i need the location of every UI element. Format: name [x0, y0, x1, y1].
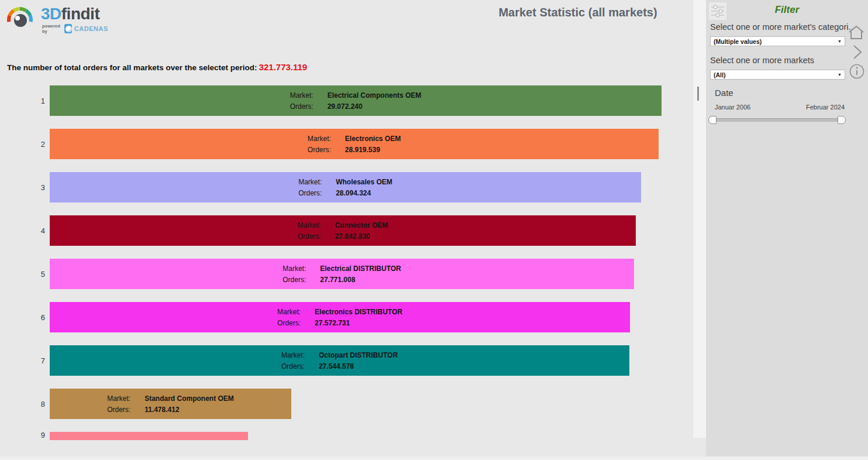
- bar-market-value: Octopart DISTRIBUTOR: [319, 351, 398, 359]
- bar-orders-value: 27.572.731: [315, 319, 402, 327]
- markets-filter-dropdown[interactable]: (All) ▼: [710, 70, 845, 80]
- window-bottom-strip: [0, 456, 868, 460]
- date-filter-label: Date: [715, 88, 733, 98]
- total-orders-value: 321.773.119: [257, 62, 308, 72]
- bar-market-label: Market:: [281, 351, 305, 359]
- bar-market-label: Market:: [277, 308, 301, 316]
- bar-market-label: Market:: [308, 135, 331, 143]
- bar-orders-label: Orders:: [283, 276, 306, 284]
- bar-orders-label: Orders:: [298, 232, 321, 241]
- bar-orders-value: 29.072.240: [328, 102, 422, 111]
- bar-market-value: Connector OEM: [335, 221, 388, 229]
- bar-market-label: Market:: [290, 91, 314, 99]
- filter-panel: Filter Select one or more market's categ…: [706, 0, 868, 460]
- bar-market-value: Wholesales OEM: [336, 178, 392, 186]
- bar-rank: 1: [0, 97, 45, 105]
- bar[interactable]: Market: Wholesales OEM Orders: 28.094.32…: [50, 172, 641, 202]
- bar-rank: 7: [0, 356, 45, 365]
- bar-market-value: Electrical DISTRIBUTOR: [320, 265, 401, 273]
- bar-row: 9: [0, 432, 693, 440]
- slider-track[interactable]: [712, 118, 842, 122]
- bar-orders-value: 28.919.539: [345, 146, 401, 154]
- chevron-down-icon: ▼: [838, 39, 842, 43]
- bar-orders-label: Orders:: [308, 146, 331, 154]
- bar-row: 2 Market: Electronics OEM Orders: 28.919…: [0, 129, 693, 159]
- bar-row: 3 Market: Wholesales OEM Orders: 28.094.…: [0, 172, 693, 202]
- home-icon[interactable]: [848, 25, 865, 43]
- bar-market-label: Market:: [298, 178, 322, 186]
- total-orders-label: The number of total orders for all marke…: [7, 63, 257, 72]
- bar[interactable]: Market: Electrical DISTRIBUTOR Orders: 2…: [50, 259, 634, 289]
- brand-wordmark: 3Dfindit: [41, 5, 99, 23]
- brand-findit: findit: [61, 5, 99, 23]
- bar-row: 4 Market: Connector OEM Orders: 27.842.8…: [0, 215, 693, 246]
- bar-row: 8 Market: Standard Component OEM Orders:…: [0, 389, 693, 419]
- slider-handle-start[interactable]: [708, 116, 717, 124]
- bar-rank: 8: [0, 400, 45, 408]
- bar-row: 1 Market: Electrical Components OEM Orde…: [0, 85, 693, 116]
- markets-filter-value: (All): [714, 71, 725, 78]
- market-bar-chart: 1 Market: Electrical Components OEM Orde…: [0, 85, 693, 440]
- powered-by-label: powered by: [42, 23, 62, 34]
- bar-label-block: Market: Standard Component OEM Orders: 1…: [107, 394, 234, 414]
- info-icon[interactable]: [849, 63, 865, 82]
- bar-label-block: Market: Electrical Components OEM Orders…: [290, 91, 422, 111]
- filter-panel-title: Filter: [706, 4, 868, 16]
- bar-orders-label: Orders:: [290, 102, 314, 111]
- date-range-end: Februar 2024: [806, 104, 845, 111]
- bar-label-block: Market: Connector OEM Orders: 27.842.830: [298, 221, 388, 241]
- bar[interactable]: Market: Electronics OEM Orders: 28.919.5…: [50, 129, 659, 159]
- bar-orders-value: 28.094.324: [336, 189, 392, 197]
- bar-label-block: Market: Wholesales OEM Orders: 28.094.32…: [298, 178, 392, 197]
- cadenas-label: CADENAS: [74, 25, 108, 32]
- category-filter-dropdown[interactable]: (Multiple values) ▼: [710, 36, 845, 46]
- bar-orders-label: Orders:: [277, 319, 301, 327]
- bar-orders-value: 27.771.008: [320, 276, 401, 284]
- bar-market-value: Electronics DISTRIBUTOR: [315, 308, 402, 316]
- bar-rank: 2: [0, 140, 45, 149]
- bar-orders-label: Orders:: [298, 189, 322, 197]
- bar-market-label: Market:: [283, 265, 306, 273]
- bar-orders-value: 11.478.412: [144, 406, 234, 414]
- bar[interactable]: Market: Connector OEM Orders: 27.842.830: [50, 215, 636, 246]
- bar-row: 5 Market: Electrical DISTRIBUTOR Orders:…: [0, 259, 693, 289]
- bar-label-block: Market: Electronics OEM Orders: 28.919.5…: [308, 135, 401, 154]
- bar-rank: 5: [0, 270, 45, 279]
- date-range-start: Januar 2006: [715, 104, 750, 111]
- chart-scrollbar[interactable]: [693, 0, 706, 438]
- bar-row: 7 Market: Octopart DISTRIBUTOR Orders: 2…: [0, 345, 693, 376]
- category-filter-value: (Multiple values): [714, 38, 762, 45]
- bar-label-block: Market: Electronics DISTRIBUTOR Orders: …: [277, 308, 402, 327]
- bar-orders-label: Orders:: [107, 406, 130, 414]
- bar-rank: 4: [0, 226, 45, 235]
- bar-label-block: Market: Octopart DISTRIBUTOR Orders: 27.…: [281, 351, 398, 370]
- bar-market-value: Standard Component OEM: [144, 394, 234, 403]
- bar-orders-label: Orders:: [281, 362, 305, 370]
- date-range-slider[interactable]: [712, 116, 842, 124]
- slider-handle-end[interactable]: [838, 116, 846, 124]
- bar[interactable]: [50, 432, 248, 440]
- bar-label-block: Market: Electrical DISTRIBUTOR Orders: 2…: [283, 265, 401, 284]
- markets-filter-label: Select one or more markets: [710, 56, 853, 65]
- cadenas-logo-icon: [64, 24, 72, 33]
- bar-market-value: Electronics OEM: [345, 135, 401, 143]
- dashboard-main: 3Dfindit powered by CADENAS Market Stati…: [0, 0, 693, 460]
- category-filter-label: Select one or more market's categori..: [710, 22, 853, 32]
- bar-orders-value: 27.842.830: [335, 232, 388, 241]
- total-orders-summary: The number of total orders for all marke…: [7, 62, 307, 72]
- bar[interactable]: Market: Electronics DISTRIBUTOR Orders: …: [50, 302, 630, 332]
- bar-orders-value: 27.544.578: [319, 362, 398, 370]
- bar[interactable]: Market: Octopart DISTRIBUTOR Orders: 27.…: [50, 345, 629, 376]
- chart-scrollbar-thumb[interactable]: [697, 87, 699, 101]
- bar-row: 6 Market: Electronics DISTRIBUTOR Orders…: [0, 302, 693, 332]
- chevron-right-icon[interactable]: [852, 44, 863, 62]
- bar[interactable]: Market: Standard Component OEM Orders: 1…: [50, 389, 291, 419]
- bar-market-label: Market:: [298, 221, 321, 229]
- bar-rank: 6: [0, 313, 45, 322]
- brand-3d: 3D: [41, 5, 61, 23]
- bar-rank: 9: [0, 431, 45, 440]
- bar[interactable]: Market: Electrical Components OEM Orders…: [50, 85, 662, 116]
- chevron-down-icon: ▼: [838, 73, 842, 77]
- gauge-eye-icon: [5, 2, 35, 28]
- bar-market-value: Electrical Components OEM: [328, 91, 422, 99]
